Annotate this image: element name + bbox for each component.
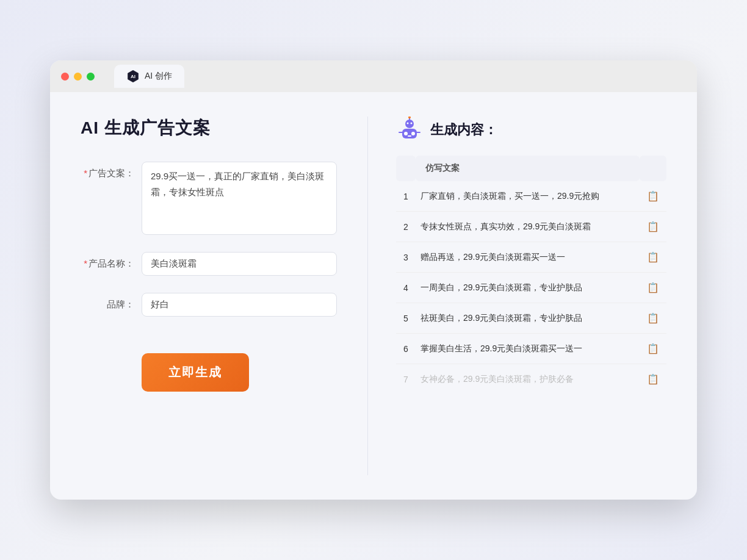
- svg-text:AI: AI: [131, 74, 135, 79]
- row-copy-text: 赠品再送，29.9元美白淡斑霜买一送一: [416, 242, 640, 273]
- copy-button[interactable]: 📋: [644, 250, 662, 264]
- table-row: 1厂家直销，美白淡斑霜，买一送一，29.9元抢购📋: [396, 181, 666, 212]
- svg-point-3: [407, 123, 409, 124]
- copy-button[interactable]: 📋: [644, 372, 662, 386]
- row-copy-text: 女神必备，29.9元美白淡斑霜，护肤必备: [416, 364, 640, 395]
- ai-icon: AI: [126, 70, 140, 83]
- content-area: AI 生成广告文案 *广告文案： *产品名称： 品牌： 立: [50, 92, 697, 500]
- table-row: 4一周美白，29.9元美白淡斑霜，专业护肤品📋: [396, 273, 666, 303]
- col-action: [640, 156, 666, 181]
- page-title: AI 生成广告文案: [81, 117, 337, 140]
- product-name-input[interactable]: [142, 252, 337, 276]
- row-number: 2: [396, 212, 416, 242]
- right-panel: 生成内容： 仿写文案 1厂家直销，美白淡斑霜，买一送一，29.9元抢购📋2专抹女…: [374, 117, 666, 475]
- svg-point-10: [408, 117, 411, 119]
- row-number: 5: [396, 303, 416, 334]
- robot-icon: [396, 117, 423, 143]
- copy-button[interactable]: 📋: [644, 189, 662, 203]
- svg-rect-8: [408, 135, 411, 137]
- row-copy-text: 一周美白，29.9元美白淡斑霜，专业护肤品: [416, 273, 640, 303]
- minimize-button[interactable]: [74, 73, 82, 81]
- table-row: 7女神必备，29.9元美白淡斑霜，护肤必备📋: [396, 364, 666, 395]
- copy-button[interactable]: 📋: [644, 281, 662, 295]
- browser-window: AI AI 创作 AI 生成广告文案 *广告文案： *产品名称：: [50, 60, 697, 500]
- row-number: 3: [396, 242, 416, 273]
- traffic-lights: [61, 73, 95, 81]
- left-panel: AI 生成广告文案 *广告文案： *产品名称： 品牌： 立: [81, 117, 361, 475]
- row-number: 4: [396, 273, 416, 303]
- col-copy: 仿写文案: [416, 156, 640, 181]
- svg-point-6: [404, 132, 408, 135]
- row-number: 1: [396, 181, 416, 212]
- result-title: 生成内容：: [430, 121, 497, 139]
- maximize-button[interactable]: [87, 73, 95, 81]
- copy-button[interactable]: 📋: [644, 342, 662, 356]
- row-copy-text: 厂家直销，美白淡斑霜，买一送一，29.9元抢购: [416, 181, 640, 212]
- product-name-label: *产品名称：: [81, 252, 142, 270]
- result-header: 生成内容：: [396, 117, 666, 143]
- product-name-group: *产品名称：: [81, 252, 337, 276]
- row-number: 6: [396, 334, 416, 364]
- ad-copy-group: *广告文案：: [81, 162, 337, 235]
- ad-copy-input[interactable]: [142, 162, 337, 235]
- copy-button[interactable]: 📋: [644, 311, 662, 325]
- brand-label: 品牌：: [81, 293, 142, 311]
- panel-divider: [367, 117, 368, 475]
- required-star-ad: *: [84, 168, 87, 178]
- table-row: 3赠品再送，29.9元美白淡斑霜买一送一📋: [396, 242, 666, 273]
- title-bar: AI AI 创作: [50, 60, 697, 92]
- brand-group: 品牌：: [81, 293, 337, 317]
- required-star-product: *: [84, 258, 87, 268]
- col-num: [396, 156, 416, 181]
- svg-point-7: [411, 132, 415, 135]
- row-number: 7: [396, 364, 416, 395]
- row-copy-text: 专抹女性斑点，真实功效，29.9元美白淡斑霜: [416, 212, 640, 242]
- table-row: 2专抹女性斑点，真实功效，29.9元美白淡斑霜📋: [396, 212, 666, 242]
- row-copy-text: 掌握美白生活，29.9元美白淡斑霜买一送一: [416, 334, 640, 364]
- generate-button[interactable]: 立即生成: [142, 353, 249, 392]
- tab-label: AI 创作: [145, 71, 172, 82]
- table-row: 6掌握美白生活，29.9元美白淡斑霜买一送一📋: [396, 334, 666, 364]
- copy-button[interactable]: 📋: [644, 220, 662, 234]
- browser-tab[interactable]: AI AI 创作: [114, 65, 184, 88]
- ad-copy-label: *广告文案：: [81, 162, 142, 179]
- svg-point-2: [405, 120, 414, 128]
- row-copy-text: 祛斑美白，29.9元美白淡斑霜，专业护肤品: [416, 303, 640, 334]
- results-table: 仿写文案 1厂家直销，美白淡斑霜，买一送一，29.9元抢购📋2专抹女性斑点，真实…: [396, 156, 666, 394]
- table-row: 5祛斑美白，29.9元美白淡斑霜，专业护肤品📋: [396, 303, 666, 334]
- brand-input[interactable]: [142, 293, 337, 317]
- svg-point-4: [411, 123, 413, 124]
- close-button[interactable]: [61, 73, 69, 81]
